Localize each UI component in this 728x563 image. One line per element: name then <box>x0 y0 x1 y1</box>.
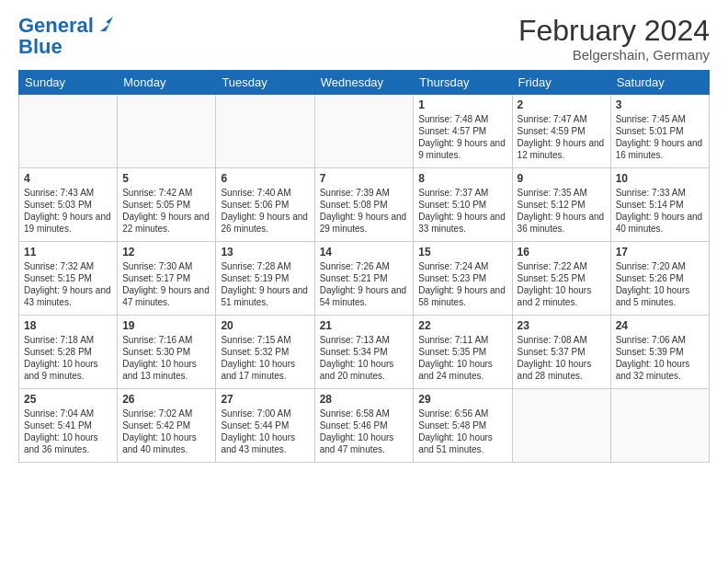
calendar-header-row: Sunday Monday Tuesday Wednesday Thursday… <box>19 71 710 95</box>
day-info: Sunrise: 7:06 AMSunset: 5:39 PMDaylight:… <box>616 335 690 381</box>
table-row: 13 Sunrise: 7:28 AMSunset: 5:19 PMDaylig… <box>216 242 314 316</box>
day-number: 10 <box>616 172 704 185</box>
day-number: 6 <box>221 172 309 185</box>
logo-blue: Blue <box>18 37 113 57</box>
day-info: Sunrise: 6:56 AMSunset: 5:48 PMDaylight:… <box>418 408 493 454</box>
table-row: 10 Sunrise: 7:33 AMSunset: 5:14 PMDaylig… <box>610 168 709 242</box>
day-number: 5 <box>122 172 210 185</box>
day-info: Sunrise: 7:11 AMSunset: 5:35 PMDaylight:… <box>418 335 493 381</box>
day-number: 15 <box>418 246 506 259</box>
day-number: 26 <box>122 393 210 406</box>
day-info: Sunrise: 7:35 AMSunset: 5:12 PMDaylight:… <box>518 188 605 234</box>
day-info: Sunrise: 7:33 AMSunset: 5:14 PMDaylight:… <box>616 188 703 234</box>
header: General Blue February 2024 Belgershain, … <box>18 15 710 63</box>
svg-marker-0 <box>100 24 109 31</box>
table-row <box>19 95 118 168</box>
calendar-table: Sunday Monday Tuesday Wednesday Thursday… <box>18 70 710 463</box>
day-info: Sunrise: 7:47 AMSunset: 4:59 PMDaylight:… <box>518 114 605 160</box>
main-title: February 2024 <box>518 15 710 47</box>
table-row: 29 Sunrise: 6:56 AMSunset: 5:48 PMDaylig… <box>414 389 512 463</box>
day-info: Sunrise: 7:32 AMSunset: 5:15 PMDaylight:… <box>24 261 111 307</box>
table-row <box>314 95 414 168</box>
day-info: Sunrise: 7:43 AMSunset: 5:03 PMDaylight:… <box>24 188 111 234</box>
day-info: Sunrise: 7:40 AMSunset: 5:06 PMDaylight:… <box>221 188 308 234</box>
day-number: 1 <box>418 98 506 111</box>
calendar-week-row: 25 Sunrise: 7:04 AMSunset: 5:41 PMDaylig… <box>19 389 710 463</box>
table-row: 7 Sunrise: 7:39 AMSunset: 5:08 PMDayligh… <box>314 168 414 242</box>
table-row: 19 Sunrise: 7:16 AMSunset: 5:30 PMDaylig… <box>118 316 216 389</box>
day-info: Sunrise: 7:15 AMSunset: 5:32 PMDaylight:… <box>221 335 295 381</box>
logo-text-block: General Blue <box>18 15 113 57</box>
day-number: 9 <box>518 172 606 185</box>
day-info: Sunrise: 7:08 AMSunset: 5:37 PMDaylight:… <box>518 335 592 381</box>
table-row: 18 Sunrise: 7:18 AMSunset: 5:28 PMDaylig… <box>19 316 118 389</box>
col-monday: Monday <box>118 71 216 95</box>
col-sunday: Sunday <box>19 71 118 95</box>
day-number: 19 <box>122 319 210 332</box>
svg-marker-1 <box>106 17 113 24</box>
table-row: 22 Sunrise: 7:11 AMSunset: 5:35 PMDaylig… <box>414 316 512 389</box>
day-number: 12 <box>122 246 210 259</box>
day-info: Sunrise: 7:30 AMSunset: 5:17 PMDaylight:… <box>122 261 210 307</box>
day-number: 20 <box>221 319 309 332</box>
table-row: 1 Sunrise: 7:48 AMSunset: 4:57 PMDayligh… <box>414 95 512 168</box>
day-number: 18 <box>24 319 112 332</box>
day-number: 14 <box>320 246 409 259</box>
day-number: 16 <box>518 246 606 259</box>
table-row <box>216 95 314 168</box>
col-saturday: Saturday <box>610 71 709 95</box>
table-row: 20 Sunrise: 7:15 AMSunset: 5:32 PMDaylig… <box>216 316 314 389</box>
logo-text: General <box>18 15 94 37</box>
day-number: 11 <box>24 246 112 259</box>
day-number: 4 <box>24 172 112 185</box>
table-row: 6 Sunrise: 7:40 AMSunset: 5:06 PMDayligh… <box>216 168 314 242</box>
day-info: Sunrise: 7:26 AMSunset: 5:21 PMDaylight:… <box>320 261 407 307</box>
day-number: 2 <box>518 98 606 111</box>
day-number: 17 <box>616 246 704 259</box>
day-info: Sunrise: 7:04 AMSunset: 5:41 PMDaylight:… <box>24 408 98 454</box>
page-container: General Blue February 2024 Belgershain, … <box>0 0 728 472</box>
table-row: 8 Sunrise: 7:37 AMSunset: 5:10 PMDayligh… <box>414 168 512 242</box>
table-row: 9 Sunrise: 7:35 AMSunset: 5:12 PMDayligh… <box>512 168 610 242</box>
day-number: 22 <box>418 319 506 332</box>
table-row: 25 Sunrise: 7:04 AMSunset: 5:41 PMDaylig… <box>19 389 118 463</box>
table-row <box>118 95 216 168</box>
day-info: Sunrise: 7:02 AMSunset: 5:42 PMDaylight:… <box>122 408 197 454</box>
calendar-week-row: 4 Sunrise: 7:43 AMSunset: 5:03 PMDayligh… <box>19 168 710 242</box>
col-friday: Friday <box>512 71 610 95</box>
table-row: 3 Sunrise: 7:45 AMSunset: 5:01 PMDayligh… <box>610 95 709 168</box>
day-number: 25 <box>24 393 112 406</box>
day-number: 28 <box>320 393 409 406</box>
col-tuesday: Tuesday <box>216 71 314 95</box>
day-number: 13 <box>221 246 309 259</box>
day-number: 24 <box>616 319 704 332</box>
table-row: 12 Sunrise: 7:30 AMSunset: 5:17 PMDaylig… <box>118 242 216 316</box>
day-info: Sunrise: 7:16 AMSunset: 5:30 PMDaylight:… <box>122 335 197 381</box>
title-area: February 2024 Belgershain, Germany <box>518 15 710 63</box>
day-info: Sunrise: 7:42 AMSunset: 5:05 PMDaylight:… <box>122 188 210 234</box>
table-row: 28 Sunrise: 6:58 AMSunset: 5:46 PMDaylig… <box>314 389 414 463</box>
col-thursday: Thursday <box>414 71 512 95</box>
table-row: 14 Sunrise: 7:26 AMSunset: 5:21 PMDaylig… <box>314 242 414 316</box>
day-info: Sunrise: 7:18 AMSunset: 5:28 PMDaylight:… <box>24 335 98 381</box>
day-number: 3 <box>616 98 704 111</box>
table-row <box>512 389 610 463</box>
logo-bird-icon <box>97 17 113 33</box>
table-row: 16 Sunrise: 7:22 AMSunset: 5:25 PMDaylig… <box>512 242 610 316</box>
day-info: Sunrise: 7:28 AMSunset: 5:19 PMDaylight:… <box>221 261 308 307</box>
day-info: Sunrise: 7:24 AMSunset: 5:23 PMDaylight:… <box>418 261 506 307</box>
day-number: 7 <box>320 172 409 185</box>
table-row: 2 Sunrise: 7:47 AMSunset: 4:59 PMDayligh… <box>512 95 610 168</box>
day-info: Sunrise: 7:39 AMSunset: 5:08 PMDaylight:… <box>320 188 407 234</box>
day-number: 27 <box>221 393 309 406</box>
calendar-week-row: 11 Sunrise: 7:32 AMSunset: 5:15 PMDaylig… <box>19 242 710 316</box>
table-row: 27 Sunrise: 7:00 AMSunset: 5:44 PMDaylig… <box>216 389 314 463</box>
table-row: 5 Sunrise: 7:42 AMSunset: 5:05 PMDayligh… <box>118 168 216 242</box>
day-number: 8 <box>418 172 506 185</box>
day-info: Sunrise: 7:45 AMSunset: 5:01 PMDaylight:… <box>616 114 703 160</box>
day-info: Sunrise: 7:22 AMSunset: 5:25 PMDaylight:… <box>518 261 592 307</box>
table-row: 17 Sunrise: 7:20 AMSunset: 5:26 PMDaylig… <box>610 242 709 316</box>
logo: General Blue <box>18 15 113 57</box>
day-number: 23 <box>518 319 606 332</box>
day-info: Sunrise: 7:00 AMSunset: 5:44 PMDaylight:… <box>221 408 295 454</box>
